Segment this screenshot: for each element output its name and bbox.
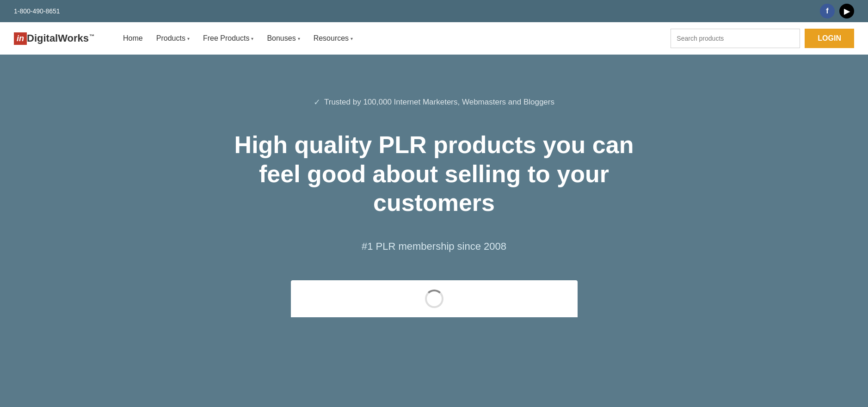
checkmark-icon: ✓ (314, 97, 320, 107)
chevron-down-icon: ▾ (187, 36, 190, 41)
top-bar: 1-800-490-8651 f ▶ (0, 0, 868, 22)
social-icons: f ▶ (820, 4, 854, 18)
nav-item-resources[interactable]: Resources ▾ (308, 31, 358, 46)
hero-section: ✓ Trusted by 100,000 Internet Marketers,… (0, 55, 868, 351)
chevron-down-icon: ▾ (351, 36, 353, 41)
logo[interactable]: in DigitalWorks™ (14, 32, 94, 45)
trust-text: Trusted by 100,000 Internet Marketers, W… (324, 98, 554, 107)
login-button[interactable]: LOGIN (805, 29, 854, 48)
search-area: LOGIN (671, 29, 854, 48)
nav-item-products[interactable]: Products ▾ (151, 31, 195, 46)
youtube-icon[interactable]: ▶ (839, 4, 854, 18)
logo-in-text: in (14, 32, 27, 45)
loading-spinner (425, 290, 443, 308)
facebook-icon[interactable]: f (820, 4, 835, 18)
navbar: in DigitalWorks™ Home Products ▾ Free Pr… (0, 22, 868, 55)
nav-links: Home Products ▾ Free Products ▾ Bonuses … (117, 31, 661, 46)
hero-headline: High quality PLR products you can feel g… (226, 130, 642, 217)
logo-brand-text: DigitalWorks™ (27, 32, 94, 44)
nav-item-home[interactable]: Home (117, 31, 148, 46)
trust-badge: ✓ Trusted by 100,000 Internet Marketers,… (314, 97, 554, 107)
hero-subtext: #1 PLR membership since 2008 (362, 240, 506, 253)
nav-item-bonuses[interactable]: Bonuses ▾ (261, 31, 305, 46)
chevron-down-icon: ▾ (298, 36, 300, 41)
search-input[interactable] (671, 29, 800, 48)
phone-number: 1-800-490-8651 (14, 7, 60, 15)
chevron-down-icon: ▾ (251, 36, 253, 41)
card-preview (291, 280, 578, 317)
nav-item-free-products[interactable]: Free Products ▾ (197, 31, 259, 46)
